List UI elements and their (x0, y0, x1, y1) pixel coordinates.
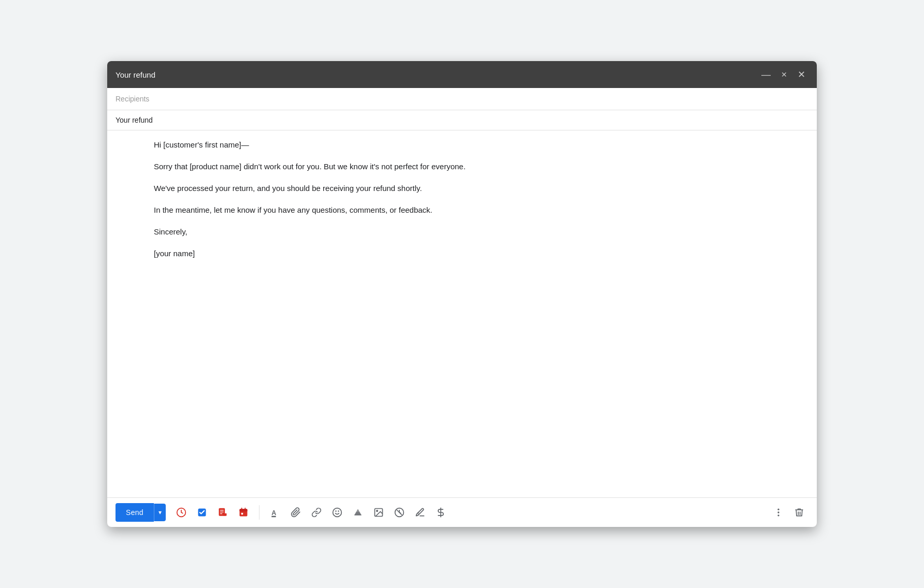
compose-window: Your refund — ✕ ✕ Hi [customer's first n… (107, 61, 817, 527)
title-bar: Your refund — ✕ ✕ (107, 61, 817, 88)
svg-point-25 (777, 514, 779, 516)
body-line2: We've processed your return, and you sho… (154, 182, 809, 195)
send-button-group: Send ▾ (116, 503, 166, 522)
more-options-icon[interactable] (769, 503, 788, 522)
toolbar: Send ▾ (107, 497, 817, 527)
minimize-button[interactable]: — (758, 68, 774, 81)
toolbar-right (769, 503, 809, 522)
svg-point-23 (777, 509, 779, 510)
signature-icon[interactable]: $ (411, 503, 429, 522)
chevron-down-icon: ▾ (158, 509, 162, 516)
window-title: Your refund (116, 70, 155, 79)
recipients-input[interactable] (116, 95, 809, 103)
calendar-icon[interactable] (234, 503, 253, 522)
body-line1: Sorry that [product name] didn't work ou… (154, 160, 809, 173)
svg-rect-8 (239, 509, 247, 511)
recipients-row (107, 88, 817, 110)
svg-rect-13 (271, 516, 276, 518)
email-body[interactable]: Hi [customer's first name]— Sorry that [… (107, 130, 817, 497)
emoji-icon[interactable] (328, 503, 347, 522)
delete-icon[interactable] (790, 503, 809, 522)
attach-icon[interactable] (286, 503, 305, 522)
body-closing: Sincerely, (154, 226, 809, 238)
payment-icon[interactable] (431, 503, 450, 522)
svg-rect-11 (241, 513, 243, 514)
subject-row (107, 110, 817, 130)
photo-icon[interactable] (369, 503, 388, 522)
task-icon[interactable] (193, 503, 211, 522)
svg-point-18 (377, 510, 378, 512)
body-signature: [your name] (154, 247, 809, 260)
svg-rect-6 (224, 513, 227, 516)
send-button[interactable]: Send (116, 503, 154, 522)
svg-point-14 (333, 508, 342, 517)
window-controls: — ✕ ✕ (758, 68, 809, 81)
font-color-icon[interactable]: A (266, 503, 284, 522)
drive-icon[interactable] (349, 503, 367, 522)
link-icon[interactable] (307, 503, 326, 522)
confidential-icon[interactable] (390, 503, 409, 522)
body-greeting: Hi [customer's first name]— (154, 139, 809, 151)
restore-button[interactable]: ✕ (778, 69, 790, 80)
notes-icon[interactable] (213, 503, 232, 522)
body-line3: In the meantime, let me know if you have… (154, 204, 809, 216)
svg-text:A: A (271, 509, 276, 517)
subject-input[interactable] (116, 116, 809, 124)
close-button[interactable]: ✕ (795, 68, 809, 81)
svg-point-24 (777, 511, 779, 513)
svg-text:$: $ (417, 511, 420, 515)
send-dropdown-button[interactable]: ▾ (154, 504, 166, 521)
schedule-send-icon[interactable] (172, 503, 191, 522)
toolbar-divider-1 (259, 505, 259, 520)
